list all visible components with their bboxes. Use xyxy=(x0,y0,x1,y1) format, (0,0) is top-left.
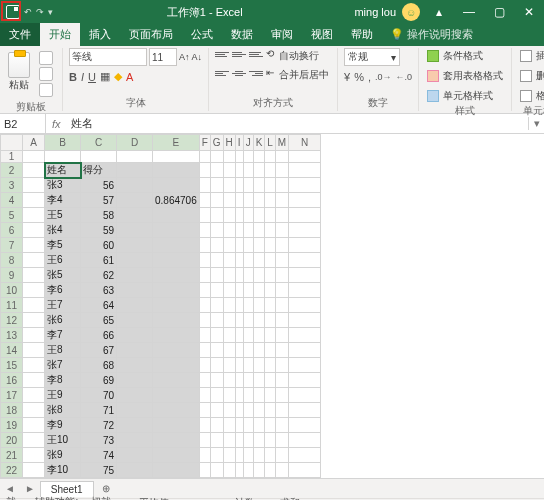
row-header-1[interactable]: 1 xyxy=(1,151,23,163)
cell-K11[interactable] xyxy=(253,298,265,313)
cell-I1[interactable] xyxy=(235,151,243,163)
cell-K2[interactable] xyxy=(253,163,265,178)
cell-K20[interactable] xyxy=(253,433,265,448)
cell-M1[interactable] xyxy=(275,151,288,163)
cell-F19[interactable] xyxy=(199,418,210,433)
bold-button[interactable]: B xyxy=(69,71,77,83)
cell-G19[interactable] xyxy=(210,418,223,433)
cell-A20[interactable] xyxy=(23,433,45,448)
cell-H21[interactable] xyxy=(223,448,235,463)
cell-B6[interactable]: 张4 xyxy=(45,223,81,238)
cell-I3[interactable] xyxy=(235,178,243,193)
number-format-select[interactable]: 常规▾ xyxy=(344,48,400,66)
cell-F2[interactable] xyxy=(199,163,210,178)
cell-L21[interactable] xyxy=(265,448,276,463)
cell-K19[interactable] xyxy=(253,418,265,433)
cell-J4[interactable] xyxy=(243,193,253,208)
cell-J6[interactable] xyxy=(243,223,253,238)
cell-E14[interactable] xyxy=(153,343,200,358)
cell-F20[interactable] xyxy=(199,433,210,448)
cell-C21[interactable]: 74 xyxy=(81,448,117,463)
cell-I7[interactable] xyxy=(235,238,243,253)
cell-J16[interactable] xyxy=(243,373,253,388)
cell-K4[interactable] xyxy=(253,193,265,208)
cell-N13[interactable] xyxy=(289,328,321,343)
cell-L20[interactable] xyxy=(265,433,276,448)
cell-E21[interactable] xyxy=(153,448,200,463)
cell-B18[interactable]: 张8 xyxy=(45,403,81,418)
cell-D7[interactable] xyxy=(117,238,153,253)
cell-D16[interactable] xyxy=(117,373,153,388)
cell-M9[interactable] xyxy=(275,268,288,283)
col-header-L[interactable]: L xyxy=(265,135,276,151)
cell-K5[interactable] xyxy=(253,208,265,223)
cell-I20[interactable] xyxy=(235,433,243,448)
cell-B4[interactable]: 李4 xyxy=(45,193,81,208)
cell-A13[interactable] xyxy=(23,328,45,343)
cell-F8[interactable] xyxy=(199,253,210,268)
cell-B23[interactable]: 王11 xyxy=(45,478,81,479)
cell-E9[interactable] xyxy=(153,268,200,283)
cell-K9[interactable] xyxy=(253,268,265,283)
row-header-4[interactable]: 4 xyxy=(1,193,23,208)
cell-C12[interactable]: 65 xyxy=(81,313,117,328)
cell-L6[interactable] xyxy=(265,223,276,238)
cell-N14[interactable] xyxy=(289,343,321,358)
tab-home[interactable]: 开始 xyxy=(40,23,80,46)
cell-A9[interactable] xyxy=(23,268,45,283)
cell-N9[interactable] xyxy=(289,268,321,283)
cell-M4[interactable] xyxy=(275,193,288,208)
cell-I15[interactable] xyxy=(235,358,243,373)
cell-E3[interactable] xyxy=(153,178,200,193)
name-box[interactable]: B2 xyxy=(0,114,46,133)
cell-G2[interactable] xyxy=(210,163,223,178)
cell-G22[interactable] xyxy=(210,463,223,478)
cell-J20[interactable] xyxy=(243,433,253,448)
cell-G3[interactable] xyxy=(210,178,223,193)
cell-C17[interactable]: 70 xyxy=(81,388,117,403)
cell-F10[interactable] xyxy=(199,283,210,298)
col-header-I[interactable]: I xyxy=(235,135,243,151)
cell-L11[interactable] xyxy=(265,298,276,313)
cell-N11[interactable] xyxy=(289,298,321,313)
row-header-20[interactable]: 20 xyxy=(1,433,23,448)
cell-F21[interactable] xyxy=(199,448,210,463)
cell-G23[interactable] xyxy=(210,478,223,479)
cell-C15[interactable]: 68 xyxy=(81,358,117,373)
format-cells-button[interactable]: 格式 xyxy=(518,88,544,104)
cell-N19[interactable] xyxy=(289,418,321,433)
col-header-C[interactable]: C xyxy=(81,135,117,151)
cell-A4[interactable] xyxy=(23,193,45,208)
cell-M16[interactable] xyxy=(275,373,288,388)
cell-G17[interactable] xyxy=(210,388,223,403)
cell-I5[interactable] xyxy=(235,208,243,223)
cell-K12[interactable] xyxy=(253,313,265,328)
cell-J19[interactable] xyxy=(243,418,253,433)
cell-C11[interactable]: 64 xyxy=(81,298,117,313)
tell-me[interactable]: 💡 操作说明搜索 xyxy=(382,23,481,46)
cell-M3[interactable] xyxy=(275,178,288,193)
cell-A1[interactable] xyxy=(23,151,45,163)
cell-H17[interactable] xyxy=(223,388,235,403)
align-center-icon[interactable] xyxy=(232,67,246,79)
minimize-button[interactable]: — xyxy=(454,0,484,24)
ribbon-min-icon[interactable]: ▴ xyxy=(424,0,454,24)
cell-N8[interactable] xyxy=(289,253,321,268)
user-area[interactable]: ming lou ☺ xyxy=(350,3,424,21)
cell-C8[interactable]: 61 xyxy=(81,253,117,268)
avatar[interactable]: ☺ xyxy=(402,3,420,21)
cell-E2[interactable] xyxy=(153,163,200,178)
cell-I9[interactable] xyxy=(235,268,243,283)
cell-A15[interactable] xyxy=(23,358,45,373)
italic-button[interactable]: I xyxy=(81,71,84,83)
cell-F18[interactable] xyxy=(199,403,210,418)
cell-J7[interactable] xyxy=(243,238,253,253)
grid-area[interactable]: ABCDEFGHIJKLMN12姓名得分3张3564李4570.8647065王… xyxy=(0,134,544,478)
cell-E5[interactable] xyxy=(153,208,200,223)
cell-B11[interactable]: 王7 xyxy=(45,298,81,313)
cell-B16[interactable]: 李8 xyxy=(45,373,81,388)
cell-E17[interactable] xyxy=(153,388,200,403)
row-header-14[interactable]: 14 xyxy=(1,343,23,358)
cell-B21[interactable]: 张9 xyxy=(45,448,81,463)
cell-A7[interactable] xyxy=(23,238,45,253)
